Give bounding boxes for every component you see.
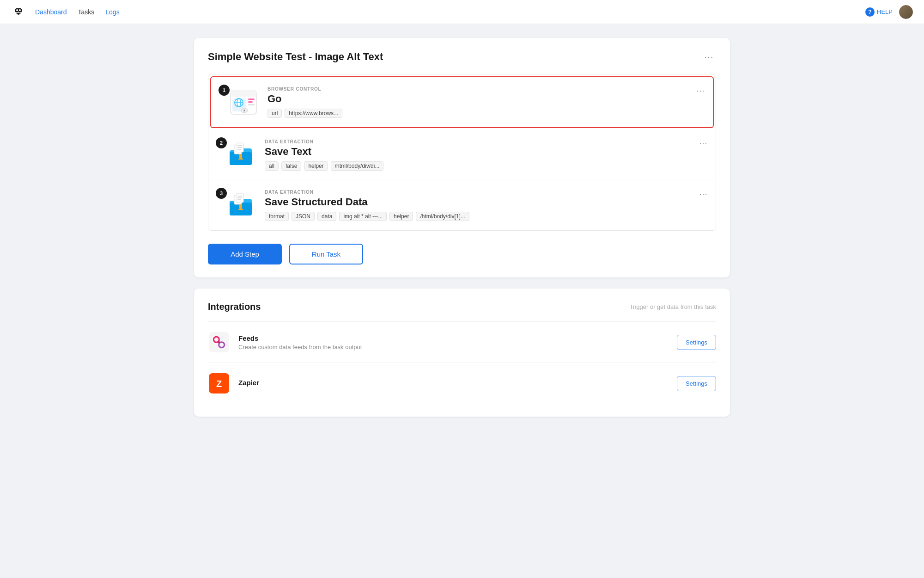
help-icon: ? xyxy=(865,7,875,17)
step-3-tags: format JSON data img alt * alt ---... he… xyxy=(265,212,706,221)
tag-url: url xyxy=(267,109,282,118)
add-step-button[interactable]: Add Step xyxy=(208,244,282,264)
user-avatar[interactable] xyxy=(899,5,913,19)
tag-false: false xyxy=(281,161,301,171)
zapier-info: Zapier xyxy=(238,379,677,388)
step-1-name: Go xyxy=(267,93,704,105)
svg-point-14 xyxy=(243,110,245,111)
integrations-title: Integrations xyxy=(208,301,261,312)
svg-rect-5 xyxy=(231,93,256,97)
tag-all: all xyxy=(265,161,279,171)
step-2-more-button[interactable]: ⋯ xyxy=(696,137,710,149)
help-button[interactable]: ? HELP xyxy=(865,7,893,17)
nav-links: Dashboard Tasks Logs xyxy=(35,8,120,16)
step-number-1: 1 xyxy=(219,85,230,96)
tag-json: JSON xyxy=(292,212,315,221)
integrations-header: Integrations Trigger or get data from th… xyxy=(208,301,716,312)
page-content: Simple Website Test - Image Alt Text ⋯ 1 xyxy=(185,24,739,430)
tag-helper-3: helper xyxy=(389,212,413,221)
tag-data: data xyxy=(317,212,336,221)
zapier-brand-icon: Z xyxy=(209,373,229,394)
nav-dashboard[interactable]: Dashboard xyxy=(35,8,67,16)
feeds-info: Feeds Create custom data feeds from the … xyxy=(238,334,677,350)
svg-rect-11 xyxy=(248,101,253,103)
svg-rect-21 xyxy=(239,154,242,158)
tag-url-value: https://www.brows... xyxy=(285,109,342,118)
nav-right: ? HELP xyxy=(865,5,913,19)
svg-rect-28 xyxy=(239,204,242,208)
feeds-settings-button[interactable]: Settings xyxy=(677,335,716,350)
integrations-subtitle: Trigger or get data from this task xyxy=(630,303,716,310)
data-extraction-icon-1 xyxy=(225,139,256,171)
zapier-icon: Z xyxy=(208,372,230,394)
tag-helper: helper xyxy=(304,161,328,171)
step-2-content: DATA EXTRACTION Save Text all false help… xyxy=(265,139,706,171)
step-3-name: Save Structured Data xyxy=(265,196,706,208)
run-task-button[interactable]: Run Task xyxy=(289,244,363,264)
nav-tasks[interactable]: Tasks xyxy=(78,8,95,16)
step-number-2: 2 xyxy=(216,137,227,148)
help-label: HELP xyxy=(877,8,893,15)
feeds-chain-icon xyxy=(209,332,229,352)
svg-point-1 xyxy=(16,9,18,11)
zapier-name: Zapier xyxy=(238,379,677,387)
svg-rect-10 xyxy=(248,98,255,100)
svg-text:Z: Z xyxy=(216,379,222,389)
browser-control-icon xyxy=(228,86,259,118)
steps-container: 1 xyxy=(208,74,716,231)
task-card: Simple Website Test - Image Alt Text ⋯ 1 xyxy=(194,38,730,277)
step-1-category: BROWSER CONTROL xyxy=(267,86,704,92)
feeds-name: Feeds xyxy=(238,334,677,342)
integration-zapier-row: Z Zapier Settings xyxy=(208,363,716,404)
tag-img-alt: img alt * alt ---... xyxy=(339,212,387,221)
navigation: Dashboard Tasks Logs ? HELP xyxy=(0,0,924,24)
feeds-icon xyxy=(208,331,230,353)
svg-point-2 xyxy=(19,9,21,11)
step-3-content: DATA EXTRACTION Save Structured Data for… xyxy=(265,190,706,221)
step-icon-data-2 xyxy=(225,139,256,171)
avatar-image xyxy=(899,5,913,19)
task-title: Simple Website Test - Image Alt Text xyxy=(208,51,383,63)
step-icon-data-3 xyxy=(225,190,256,221)
nav-logs[interactable]: Logs xyxy=(105,8,119,16)
integrations-card: Integrations Trigger or get data from th… xyxy=(194,289,730,417)
tag-xpath-3: /html/body/div[1]... xyxy=(416,212,469,221)
step-row-2[interactable]: 2 xyxy=(208,130,716,180)
logo xyxy=(11,4,26,20)
integration-feeds-row: Feeds Create custom data feeds from the … xyxy=(208,321,716,363)
tag-xpath: /html/body/div/di... xyxy=(331,161,384,171)
step-row-1[interactable]: 1 xyxy=(210,76,714,128)
step-2-category: DATA EXTRACTION xyxy=(265,139,706,144)
step-3-category: DATA EXTRACTION xyxy=(265,190,706,195)
step-1-tags: url https://www.brows... xyxy=(267,109,704,118)
action-buttons: Add Step Run Task xyxy=(208,244,716,264)
zapier-settings-button[interactable]: Settings xyxy=(677,376,716,391)
data-extraction-icon-2 xyxy=(225,190,256,221)
task-more-button[interactable]: ⋯ xyxy=(701,51,716,62)
step-1-more-button[interactable]: ⋯ xyxy=(693,85,707,97)
tag-format: format xyxy=(265,212,289,221)
svg-rect-12 xyxy=(248,104,255,105)
step-2-name: Save Text xyxy=(265,146,706,158)
task-header: Simple Website Test - Image Alt Text ⋯ xyxy=(208,51,716,63)
step-2-tags: all false helper /html/body/div/di... xyxy=(265,161,706,171)
step-1-content: BROWSER CONTROL Go url https://www.brows… xyxy=(267,86,704,118)
step-number-3: 3 xyxy=(216,188,227,199)
step-row-3[interactable]: 3 DATA EXTRAC xyxy=(208,180,716,230)
step-3-more-button[interactable]: ⋯ xyxy=(696,188,710,200)
step-icon-browser xyxy=(228,86,259,118)
feeds-description: Create custom data feeds from the task o… xyxy=(238,344,677,350)
